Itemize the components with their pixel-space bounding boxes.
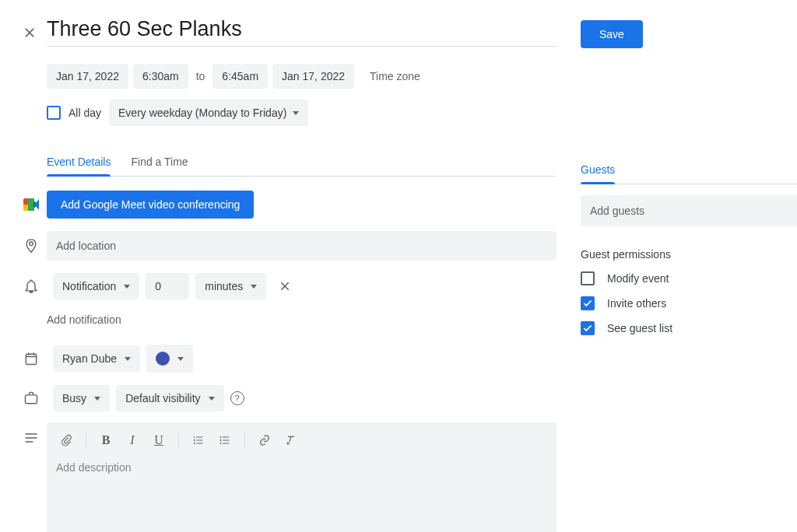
guest-permissions-title: Guest permissions — [581, 248, 797, 261]
recurrence-select[interactable]: Every weekday (Monday to Friday) — [109, 100, 308, 126]
clear-format-button[interactable] — [279, 429, 303, 452]
event-title-input[interactable] — [47, 16, 556, 47]
availability-value: Busy — [62, 392, 86, 404]
add-meet-button[interactable]: Add Google Meet video conferencing — [47, 191, 254, 219]
separator — [86, 432, 86, 448]
invite-others-checkbox[interactable] — [581, 296, 595, 310]
close-icon — [278, 279, 292, 293]
svg-rect-0 — [26, 354, 36, 364]
end-time-chip[interactable]: 6:45am — [212, 64, 268, 89]
tab-guests[interactable]: Guests — [581, 163, 615, 184]
link-button[interactable] — [253, 429, 276, 452]
timezone-link[interactable]: Time zone — [370, 70, 420, 82]
remove-notification-button[interactable] — [272, 274, 297, 299]
calendar-icon — [23, 351, 39, 366]
list-bullet-icon — [219, 434, 231, 446]
separator — [178, 432, 179, 448]
modify-event-label: Modify event — [607, 272, 669, 285]
chevron-down-icon — [209, 397, 215, 401]
bold-button[interactable]: B — [94, 429, 118, 452]
bullet-list-button[interactable] — [213, 429, 237, 452]
svg-point-4 — [220, 443, 222, 444]
availability-select[interactable]: Busy — [53, 385, 110, 411]
attach-button[interactable] — [54, 429, 78, 452]
check-icon — [582, 323, 593, 334]
chevron-down-icon — [177, 357, 184, 361]
chevron-down-icon — [293, 111, 299, 115]
notification-unit-select[interactable]: minutes — [195, 273, 266, 299]
end-date-chip[interactable]: Jan 17, 2022 — [272, 64, 354, 89]
link-icon — [258, 434, 271, 446]
modify-event-checkbox[interactable] — [581, 271, 595, 285]
notification-unit-value: minutes — [205, 280, 243, 292]
color-dot-icon — [156, 352, 170, 366]
notification-value-input[interactable] — [146, 273, 189, 299]
separator — [244, 432, 245, 448]
tab-find-a-time[interactable]: Find a Time — [131, 156, 188, 176]
svg-point-3 — [220, 439, 222, 441]
see-guest-list-checkbox[interactable] — [581, 321, 595, 335]
description-input[interactable]: Add description — [47, 458, 556, 532]
see-guest-list-label: See guest list — [607, 322, 672, 334]
clear-format-icon — [285, 434, 297, 446]
invite-others-label: Invite others — [607, 297, 666, 310]
paperclip-icon — [60, 434, 72, 446]
chevron-down-icon — [251, 285, 257, 289]
start-time-chip[interactable]: 6:30am — [133, 64, 188, 89]
event-color-select[interactable] — [146, 345, 193, 373]
text-lines-icon — [23, 430, 39, 446]
close-button[interactable] — [16, 19, 44, 47]
add-guests-input[interactable] — [581, 195, 797, 226]
underline-button[interactable]: U — [147, 429, 170, 452]
svg-point-2 — [220, 436, 222, 438]
google-meet-icon — [23, 198, 39, 211]
chevron-down-icon — [94, 397, 100, 401]
visibility-help-icon[interactable]: ? — [230, 391, 244, 405]
numbered-list-button[interactable] — [187, 429, 210, 452]
calendar-owner-value: Ryan Dube — [62, 352, 117, 365]
bell-icon — [23, 278, 39, 294]
notification-type-value: Notification — [62, 280, 116, 292]
tab-event-details[interactable]: Event Details — [47, 156, 111, 176]
notification-type-select[interactable]: Notification — [53, 273, 139, 299]
allday-checkbox[interactable] — [47, 106, 61, 120]
visibility-value: Default visibility — [125, 392, 200, 404]
save-button[interactable]: Save — [581, 20, 643, 48]
list-ordered-icon — [192, 434, 205, 446]
visibility-select[interactable]: Default visibility — [116, 385, 223, 411]
location-input[interactable] — [47, 231, 556, 261]
svg-rect-1 — [26, 395, 37, 404]
check-icon — [582, 298, 593, 309]
allday-label: All day — [68, 107, 101, 119]
location-pin-icon — [23, 238, 39, 254]
to-label: to — [193, 70, 209, 82]
chevron-down-icon — [124, 285, 130, 289]
description-toolbar: B I U — [47, 422, 556, 458]
start-date-chip[interactable]: Jan 17, 2022 — [47, 64, 128, 89]
chevron-down-icon — [125, 357, 131, 361]
add-notification-link[interactable]: Add notification — [47, 313, 560, 326]
italic-button[interactable]: I — [121, 429, 144, 452]
close-icon — [22, 25, 37, 40]
briefcase-icon — [23, 390, 39, 406]
recurrence-value: Every weekday (Monday to Friday) — [118, 107, 286, 119]
calendar-owner-select[interactable]: Ryan Dube — [53, 345, 140, 372]
